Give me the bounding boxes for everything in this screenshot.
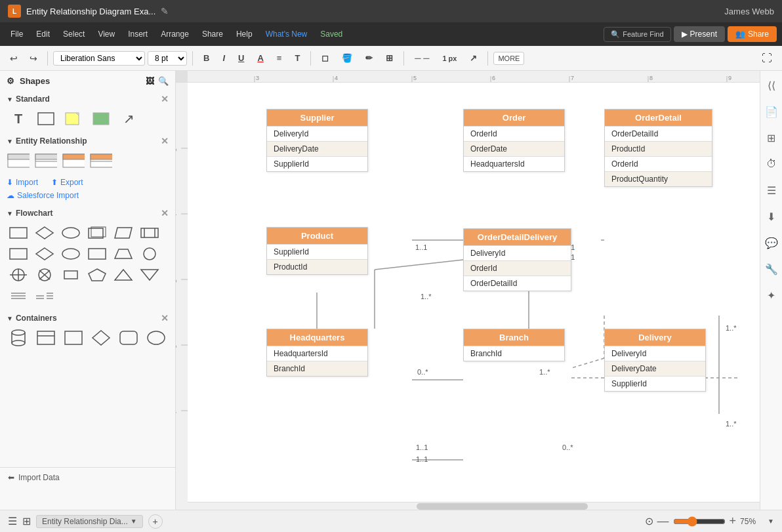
menu-help[interactable]: Help [231,27,258,41]
section-flowchart[interactable]: ▼ Flowchart ✕ [0,205,175,221]
shape-colored-rect[interactable] [89,110,113,128]
fit-page-icon[interactable]: ⊙ [645,515,653,527]
font-color-button[interactable]: A [252,51,268,66]
table-branch[interactable]: Branch BranchId [463,329,565,361]
menu-whats-new[interactable]: What's New [260,27,313,41]
zoom-out-button[interactable]: — [657,514,669,528]
section-close-flowchart[interactable]: ✕ [161,208,169,218]
cont-cylinder[interactable] [7,329,30,347]
add-tab-button[interactable]: + [148,514,163,529]
shape-note[interactable] [62,110,85,128]
flow-oval[interactable] [59,224,83,242]
table-odd[interactable]: OrderDetailDelivery DeliveryId OrderId O… [463,228,571,291]
table-supplier[interactable]: Supplier DeliveryId DeliveryDate Supplie… [266,109,368,172]
table-order[interactable]: Order OrderId OrderDate HeadquartersId [463,109,565,172]
diagram-canvas[interactable]: 1..1 0..1 0..1 1..* 0..* 1..* 1..* 1..* … [188,83,760,510]
menu-arrange[interactable]: Arrange [155,27,194,41]
menu-insert[interactable]: Insert [123,27,153,41]
rp-timer[interactable]: ⏱ [762,155,781,173]
flow-small-rect[interactable] [59,266,83,284]
table-order-detail[interactable]: OrderDetail OrderDetailId ProductId Orde… [604,109,712,187]
sb-list-view[interactable]: ☰ [8,515,17,527]
zoom-dropdown-icon[interactable]: ▼ [768,518,774,525]
shape-arrow[interactable]: ↗ [117,110,140,128]
flow-dbl-lines[interactable] [33,287,56,305]
scrollbar-horizontal[interactable] [188,502,760,510]
table-delivery[interactable]: Delivery DeliveryId DeliveryDate Supplie… [604,329,706,392]
flow-rect2[interactable] [7,245,30,263]
rp-chat[interactable]: 💬 [762,234,781,252]
flow-x-circle[interactable] [33,266,56,284]
canvas-area[interactable]: 3 4 5 6 7 8 9 [176,71,760,510]
rp-format[interactable]: 🔧 [762,260,781,278]
zoom-slider[interactable] [673,516,726,527]
edit-title-icon[interactable]: ✎ [161,6,169,16]
import-data-footer[interactable]: ⬅ Import Data [0,467,176,487]
search-icon[interactable]: 🔍 [158,76,169,86]
menu-file[interactable]: File [5,27,28,41]
shape-rect[interactable] [34,110,58,128]
italic-button[interactable]: I [217,51,230,66]
cont-oval[interactable] [144,329,168,347]
import-button[interactable]: ⬇ Import [7,178,38,187]
table-product[interactable]: Product SupplierId ProductId [266,227,368,275]
er-shape-4[interactable] [89,152,113,170]
rp-grid[interactable]: ⊞ [762,129,781,147]
tab-current[interactable]: Entity Relationship Dia... ▼ [36,515,143,528]
present-button[interactable]: ▶ Present [674,26,725,42]
connection-button[interactable]: ↗ [464,51,482,66]
scrollbar-thumb-h[interactable] [417,503,588,510]
export-button[interactable]: ⬆ Export [51,178,83,187]
feature-find[interactable]: 🔍 Feature Find [604,27,670,42]
section-standard[interactable]: ▼ Standard ✕ [0,91,175,107]
menu-select[interactable]: Select [58,27,90,41]
pen-button[interactable]: ✏ [360,51,378,66]
menu-share[interactable]: Share [197,27,228,41]
flow-oval2[interactable] [59,245,83,263]
flow-diamond[interactable] [33,224,56,242]
flow-diamond2[interactable] [33,245,56,263]
line-color-button[interactable]: 🪣 [337,51,358,66]
flow-pentagon[interactable] [85,266,109,284]
undo-button[interactable]: ↩ [5,51,22,66]
font-size-select[interactable]: 8 pt [148,51,187,66]
section-close-er[interactable]: ✕ [161,136,169,146]
er-shape-2[interactable] [34,152,58,170]
rp-page[interactable]: 📄 [762,102,781,121]
flow-triangle[interactable] [112,266,135,284]
flow-lines[interactable] [7,287,30,305]
zoom-in-button[interactable]: + [730,514,737,528]
rp-extras[interactable]: ✦ [762,286,781,304]
bold-button[interactable]: B [198,51,215,66]
line-style-button[interactable]: ─ ─ [409,51,434,66]
tab-dropdown-icon[interactable]: ▼ [131,518,137,525]
section-containers[interactable]: ▼ Containers ✕ [0,310,175,326]
rp-collapse[interactable]: ⟨⟨ [762,76,781,94]
salesforce-import[interactable]: ☁ Salesforce Import [0,190,175,205]
more-button[interactable]: MORE [493,52,524,65]
cont-swim[interactable] [34,329,58,347]
line-width-button[interactable]: 1 px [437,52,462,65]
strikethrough-button[interactable]: T [289,51,305,66]
redo-button[interactable]: ↪ [25,51,42,66]
rp-layers[interactable]: ☰ [762,181,781,199]
flow-rect[interactable] [7,224,30,242]
shape-text[interactable]: T [7,110,30,128]
font-family-select[interactable]: Liberation Sans [53,51,145,66]
section-close-containers[interactable]: ✕ [161,313,169,323]
cont-rect[interactable] [62,329,85,347]
flow-process[interactable] [138,224,161,242]
flow-trapezoid[interactable] [112,245,135,263]
flow-parallelogram[interactable] [112,224,135,242]
fullscreen-button[interactable]: ⛶ [757,50,777,67]
flow-rect3[interactable] [85,245,109,263]
flow-circle[interactable] [138,245,161,263]
sb-grid-view[interactable]: ⊞ [22,515,31,527]
er-shape-3[interactable] [62,152,85,170]
format-button[interactable]: ⊞ [381,51,398,66]
rp-insert[interactable]: ⬇ [762,207,781,226]
cont-rounded[interactable] [117,329,140,347]
section-er[interactable]: ▼ Entity Relationship ✕ [0,133,175,149]
align-button[interactable]: ≡ [272,51,287,66]
underline-button[interactable]: U [233,51,249,66]
